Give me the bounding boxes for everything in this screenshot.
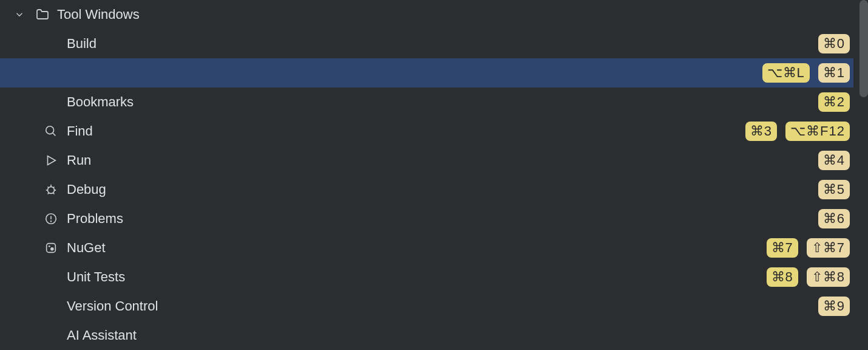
tree-item-label: Debug [67, 182, 811, 197]
svg-point-15 [49, 245, 50, 247]
tree-item-label: AI Assistant [67, 328, 843, 343]
nuget-icon [42, 241, 59, 255]
play-icon [42, 154, 59, 167]
shortcut-badge: ⌘9 [818, 297, 850, 316]
tree-item[interactable]: Debug⌘5 [0, 175, 853, 204]
bug-icon [42, 183, 59, 196]
tree-item-label: Find [67, 123, 738, 139]
shortcut-badge: ⇧⌘8 [807, 267, 850, 287]
tree-item-label: Version Control [67, 298, 811, 314]
shortcut-group: ⌘9 [818, 297, 850, 316]
tree-item-label: NuGet [67, 240, 759, 256]
shortcut-badge: ⌘8 [767, 267, 798, 287]
svg-marker-2 [48, 156, 56, 165]
tree-item[interactable]: AI Assistant [0, 321, 853, 350]
tree-item[interactable]: Bookmarks⌘2 [0, 88, 853, 117]
shortcut-group: ⌘5 [818, 180, 850, 199]
shortcut-group: ⌘2 [818, 92, 850, 112]
tree-item[interactable]: Build⌘0 [0, 29, 853, 58]
svg-point-13 [51, 221, 52, 222]
tree-item-label: Problems [67, 211, 811, 227]
shortcut-group: ⌥⌘L⌘1 [762, 63, 850, 83]
svg-point-0 [46, 126, 54, 134]
shortcut-badge: ⌘2 [818, 92, 850, 112]
svg-line-7 [48, 187, 49, 188]
shortcut-badge: ⌥⌘F12 [785, 122, 850, 141]
tree-item[interactable]: Run⌘4 [0, 146, 853, 175]
search-icon [42, 125, 59, 138]
tree-item-label: Bookmarks [67, 94, 811, 110]
svg-line-8 [53, 187, 55, 188]
shortcut-badge: ⇧⌘7 [807, 238, 850, 258]
shortcut-badge: ⌥⌘L [762, 63, 810, 83]
scrollbar-vertical[interactable] [860, 0, 868, 97]
group-label: Tool Windows [57, 7, 140, 22]
tool-windows-tree: Tool Windows Build⌘0⌥⌘L⌘1Bookmarks⌘2Find… [0, 0, 853, 350]
tree-item-label: Unit Tests [67, 269, 759, 285]
shortcut-group: ⌘8⇧⌘8 [767, 267, 850, 287]
tree-item-label: Run [67, 153, 811, 168]
folder-icon [34, 7, 51, 22]
shortcut-badge: ⌘7 [767, 238, 798, 258]
tree-item[interactable]: NuGet⌘7⇧⌘7 [0, 233, 853, 262]
shortcut-group: ⌘3⌥⌘F12 [745, 122, 850, 141]
tree-item[interactable]: ⌥⌘L⌘1 [0, 58, 853, 88]
shortcut-badge: ⌘5 [818, 180, 850, 199]
tree-item[interactable]: Version Control⌘9 [0, 292, 853, 321]
svg-line-10 [53, 193, 55, 194]
shortcut-badge: ⌘3 [745, 122, 777, 141]
group-tool-windows[interactable]: Tool Windows [0, 0, 853, 29]
shortcut-group: ⌘0 [818, 34, 850, 53]
chevron-down-icon [11, 9, 28, 20]
shortcut-group: ⌘4 [818, 151, 850, 170]
tree-item-label: Build [67, 36, 811, 52]
shortcut-badge: ⌘0 [818, 34, 850, 53]
tree-item[interactable]: Unit Tests⌘8⇧⌘8 [0, 262, 853, 292]
shortcut-badge: ⌘1 [818, 63, 850, 83]
svg-line-1 [53, 133, 56, 136]
shortcut-group: ⌘6 [818, 209, 850, 228]
warning-icon [42, 212, 59, 225]
shortcut-group: ⌘7⇧⌘7 [767, 238, 850, 258]
svg-line-9 [48, 193, 49, 194]
tree-item[interactable]: Find⌘3⌥⌘F12 [0, 117, 853, 146]
svg-point-16 [50, 247, 54, 251]
tree-item[interactable]: Problems⌘6 [0, 204, 853, 233]
shortcut-badge: ⌘4 [818, 151, 850, 170]
shortcut-badge: ⌘6 [818, 209, 850, 228]
